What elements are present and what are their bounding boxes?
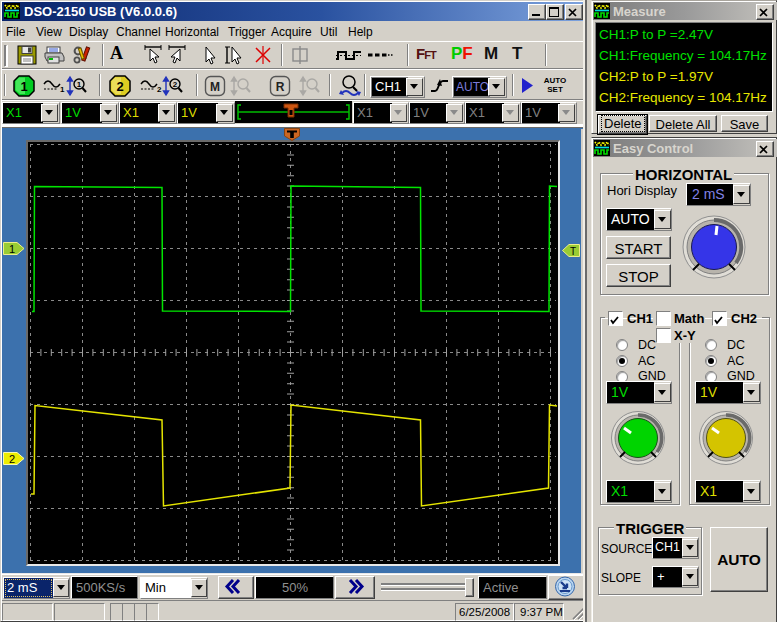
svg-text:2: 2: [173, 80, 178, 89]
svg-text:T: T: [570, 246, 576, 257]
svg-text:M: M: [210, 80, 220, 94]
svg-text:1: 1: [9, 243, 15, 255]
svg-text:1: 1: [20, 79, 27, 94]
svg-text:2: 2: [116, 79, 123, 94]
svg-text:1: 1: [60, 85, 65, 94]
svg-text:1: 1: [77, 80, 82, 89]
svg-text:2: 2: [9, 453, 15, 465]
svg-text:R: R: [276, 80, 285, 94]
